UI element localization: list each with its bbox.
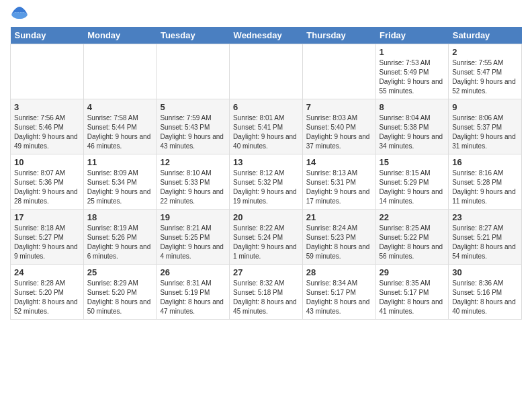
calendar-table: SundayMondayTuesdayWednesdayThursdayFrid… <box>10 27 522 320</box>
calendar-cell: 8Sunrise: 8:04 AM Sunset: 5:38 PM Daylig… <box>375 99 449 154</box>
date-number: 16 <box>452 157 518 167</box>
date-number: 9 <box>452 102 518 112</box>
calendar-cell: 22Sunrise: 8:25 AM Sunset: 5:22 PM Dayli… <box>375 210 449 265</box>
calendar-cell: 24Sunrise: 8:28 AM Sunset: 5:20 PM Dayli… <box>11 265 84 320</box>
calendar-cell: 18Sunrise: 8:19 AM Sunset: 5:26 PM Dayli… <box>83 210 157 265</box>
cell-info: Sunrise: 7:59 AM Sunset: 5:43 PM Dayligh… <box>160 113 226 151</box>
calendar-cell: 11Sunrise: 8:09 AM Sunset: 5:34 PM Dayli… <box>83 154 157 210</box>
cell-info: Sunrise: 8:18 AM Sunset: 5:27 PM Dayligh… <box>14 224 80 261</box>
date-number: 1 <box>380 47 445 57</box>
calendar-cell: 29Sunrise: 8:35 AM Sunset: 5:17 PM Dayli… <box>375 265 449 320</box>
page-container: SundayMondayTuesdayWednesdayThursdayFrid… <box>0 0 532 326</box>
calendar-cell: 10Sunrise: 8:07 AM Sunset: 5:36 PM Dayli… <box>11 154 84 210</box>
cell-info: Sunrise: 8:29 AM Sunset: 5:20 PM Dayligh… <box>87 279 153 316</box>
date-number: 11 <box>87 157 153 167</box>
day-header-saturday: Saturday <box>449 27 522 44</box>
calendar-cell: 14Sunrise: 8:13 AM Sunset: 5:31 PM Dayli… <box>302 154 375 210</box>
week-row-3: 10Sunrise: 8:07 AM Sunset: 5:36 PM Dayli… <box>11 154 522 210</box>
cell-info: Sunrise: 8:13 AM Sunset: 5:31 PM Dayligh… <box>306 169 372 206</box>
date-number: 13 <box>233 157 299 167</box>
date-number: 29 <box>380 267 445 277</box>
calendar-cell: 21Sunrise: 8:24 AM Sunset: 5:23 PM Dayli… <box>302 210 375 265</box>
date-number: 24 <box>14 267 80 277</box>
logo <box>10 7 29 21</box>
day-header-friday: Friday <box>375 27 449 44</box>
calendar-cell: 26Sunrise: 8:31 AM Sunset: 5:19 PM Dayli… <box>157 265 230 320</box>
day-header-monday: Monday <box>83 27 157 44</box>
header-row: SundayMondayTuesdayWednesdayThursdayFrid… <box>11 27 522 44</box>
calendar-cell: 1Sunrise: 7:53 AM Sunset: 5:49 PM Daylig… <box>375 44 449 99</box>
date-number: 15 <box>380 157 445 167</box>
calendar-cell: 25Sunrise: 8:29 AM Sunset: 5:20 PM Dayli… <box>83 265 157 320</box>
calendar-cell <box>83 44 157 99</box>
calendar-cell: 12Sunrise: 8:10 AM Sunset: 5:33 PM Dayli… <box>157 154 230 210</box>
calendar-cell: 7Sunrise: 8:03 AM Sunset: 5:40 PM Daylig… <box>302 99 375 154</box>
cell-info: Sunrise: 8:19 AM Sunset: 5:26 PM Dayligh… <box>87 224 153 261</box>
date-number: 10 <box>14 157 80 167</box>
cell-info: Sunrise: 7:58 AM Sunset: 5:44 PM Dayligh… <box>87 113 153 151</box>
logo-line <box>10 7 29 21</box>
calendar-cell: 19Sunrise: 8:21 AM Sunset: 5:25 PM Dayli… <box>157 210 230 265</box>
calendar-cell: 27Sunrise: 8:32 AM Sunset: 5:18 PM Dayli… <box>230 265 303 320</box>
date-number: 22 <box>380 212 445 222</box>
cell-info: Sunrise: 7:55 AM Sunset: 5:47 PM Dayligh… <box>452 58 518 96</box>
calendar-cell: 20Sunrise: 8:22 AM Sunset: 5:24 PM Dayli… <box>230 210 303 265</box>
day-header-thursday: Thursday <box>302 27 375 44</box>
cell-info: Sunrise: 8:16 AM Sunset: 5:28 PM Dayligh… <box>452 169 518 206</box>
week-row-5: 24Sunrise: 8:28 AM Sunset: 5:20 PM Dayli… <box>11 265 522 320</box>
date-number: 23 <box>452 212 518 222</box>
date-number: 27 <box>233 267 299 277</box>
date-number: 6 <box>233 102 299 112</box>
date-number: 20 <box>233 212 299 222</box>
date-number: 12 <box>160 157 226 167</box>
cell-info: Sunrise: 8:01 AM Sunset: 5:41 PM Dayligh… <box>233 113 299 151</box>
day-header-tuesday: Tuesday <box>157 27 230 44</box>
date-number: 5 <box>160 102 226 112</box>
cell-info: Sunrise: 8:27 AM Sunset: 5:21 PM Dayligh… <box>452 224 518 261</box>
calendar-cell: 3Sunrise: 7:56 AM Sunset: 5:46 PM Daylig… <box>11 99 84 154</box>
cell-info: Sunrise: 7:56 AM Sunset: 5:46 PM Dayligh… <box>14 113 80 151</box>
cell-info: Sunrise: 8:09 AM Sunset: 5:34 PM Dayligh… <box>87 169 153 206</box>
date-number: 14 <box>306 157 372 167</box>
cell-info: Sunrise: 8:12 AM Sunset: 5:32 PM Dayligh… <box>233 169 299 206</box>
cell-info: Sunrise: 8:15 AM Sunset: 5:29 PM Dayligh… <box>380 169 445 206</box>
cell-info: Sunrise: 8:22 AM Sunset: 5:24 PM Dayligh… <box>233 224 299 261</box>
cell-info: Sunrise: 8:06 AM Sunset: 5:37 PM Dayligh… <box>452 113 518 151</box>
calendar-cell: 16Sunrise: 8:16 AM Sunset: 5:28 PM Dayli… <box>449 154 522 210</box>
date-number: 21 <box>306 212 372 222</box>
calendar-cell: 9Sunrise: 8:06 AM Sunset: 5:37 PM Daylig… <box>449 99 522 154</box>
date-number: 26 <box>160 267 226 277</box>
day-header-wednesday: Wednesday <box>230 27 303 44</box>
calendar-cell: 5Sunrise: 7:59 AM Sunset: 5:43 PM Daylig… <box>157 99 230 154</box>
cell-info: Sunrise: 8:36 AM Sunset: 5:16 PM Dayligh… <box>452 279 518 316</box>
calendar-cell: 6Sunrise: 8:01 AM Sunset: 5:41 PM Daylig… <box>230 99 303 154</box>
calendar-cell: 17Sunrise: 8:18 AM Sunset: 5:27 PM Dayli… <box>11 210 84 265</box>
date-number: 18 <box>87 212 153 222</box>
calendar-cell <box>11 44 84 99</box>
week-row-1: 1Sunrise: 7:53 AM Sunset: 5:49 PM Daylig… <box>11 44 522 99</box>
calendar-cell <box>230 44 303 99</box>
calendar-cell: 15Sunrise: 8:15 AM Sunset: 5:29 PM Dayli… <box>375 154 449 210</box>
cell-info: Sunrise: 8:24 AM Sunset: 5:23 PM Dayligh… <box>306 224 372 261</box>
cell-info: Sunrise: 8:10 AM Sunset: 5:33 PM Dayligh… <box>160 169 226 206</box>
week-row-4: 17Sunrise: 8:18 AM Sunset: 5:27 PM Dayli… <box>11 210 522 265</box>
logo-bird-icon <box>10 5 29 20</box>
cell-info: Sunrise: 8:03 AM Sunset: 5:40 PM Dayligh… <box>306 113 372 151</box>
calendar-cell: 2Sunrise: 7:55 AM Sunset: 5:47 PM Daylig… <box>449 44 522 99</box>
date-number: 17 <box>14 212 80 222</box>
calendar-cell: 30Sunrise: 8:36 AM Sunset: 5:16 PM Dayli… <box>449 265 522 320</box>
date-number: 2 <box>452 47 518 57</box>
cell-info: Sunrise: 8:35 AM Sunset: 5:17 PM Dayligh… <box>380 279 445 316</box>
cell-info: Sunrise: 8:25 AM Sunset: 5:22 PM Dayligh… <box>380 224 445 261</box>
date-number: 3 <box>14 102 80 112</box>
cell-info: Sunrise: 8:32 AM Sunset: 5:18 PM Dayligh… <box>233 279 299 316</box>
date-number: 8 <box>380 102 445 112</box>
week-row-2: 3Sunrise: 7:56 AM Sunset: 5:46 PM Daylig… <box>11 99 522 154</box>
calendar-cell: 23Sunrise: 8:27 AM Sunset: 5:21 PM Dayli… <box>449 210 522 265</box>
cell-info: Sunrise: 7:53 AM Sunset: 5:49 PM Dayligh… <box>380 58 445 96</box>
date-number: 4 <box>87 102 153 112</box>
date-number: 28 <box>306 267 372 277</box>
calendar-cell <box>157 44 230 99</box>
cell-info: Sunrise: 8:21 AM Sunset: 5:25 PM Dayligh… <box>160 224 226 261</box>
date-number: 30 <box>452 267 518 277</box>
